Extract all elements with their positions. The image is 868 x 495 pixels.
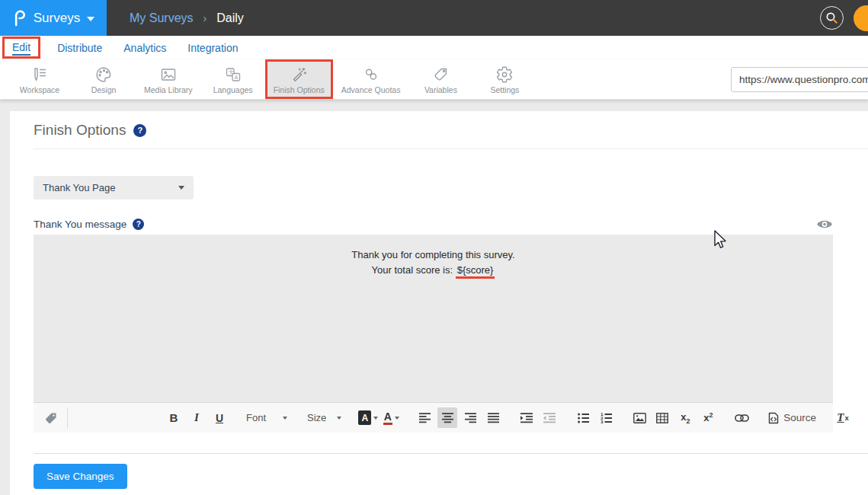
ribbon-item-design[interactable]: Design: [72, 59, 136, 99]
annotation-underline-score: ${score}: [456, 264, 495, 279]
tag-icon: [431, 64, 450, 85]
source-icon: [768, 412, 779, 424]
increase-indent-button[interactable]: [517, 407, 536, 428]
ribbon-label: Settings: [490, 85, 519, 94]
align-right-button[interactable]: [460, 407, 480, 428]
ribbon-label: Languages: [213, 85, 253, 94]
page-title: Finish Options: [34, 122, 126, 139]
top-navbar: Surveys My Surveys › Daily Up: [0, 0, 868, 36]
align-left-icon: [419, 413, 431, 423]
toolbar-divider: [67, 407, 68, 429]
underline-button[interactable]: U: [210, 407, 229, 428]
chevron-down-icon: [337, 417, 341, 420]
ribbon-item-finish-options[interactable]: Finish Options: [265, 59, 333, 99]
page-background: Finish Options ? Thank You Page Thank Yo…: [0, 100, 868, 495]
breadcrumb: My Surveys › Daily: [130, 11, 244, 25]
justify-button[interactable]: [483, 407, 503, 428]
decrease-indent-button[interactable]: [540, 407, 559, 428]
bullet-list-icon: [578, 413, 589, 423]
insert-table-button[interactable]: [652, 407, 672, 428]
subscript-button[interactable]: x2: [675, 407, 695, 428]
tab-edit[interactable]: Edit: [12, 41, 30, 56]
ribbon-item-languages[interactable]: 文 A Languages: [201, 59, 265, 99]
svg-text:3: 3: [601, 420, 604, 423]
thank-you-message-label: Thank You message: [34, 219, 127, 230]
bold-button[interactable]: B: [164, 407, 184, 428]
italic-button[interactable]: I: [187, 407, 207, 428]
breadcrumb-my-surveys[interactable]: My Surveys: [130, 11, 194, 25]
ribbon-label: Finish Options: [274, 85, 325, 94]
ribbon-item-workspace[interactable]: Workspace: [8, 59, 72, 99]
tab-analytics[interactable]: Analytics: [123, 42, 166, 54]
chevron-down-icon: [395, 417, 399, 420]
link-icon: [735, 414, 749, 422]
align-right-icon: [465, 413, 476, 423]
chevron-down-icon: [87, 17, 94, 21]
bullet-list-button[interactable]: [573, 407, 593, 428]
upgrade-button[interactable]: Up: [854, 5, 868, 31]
remove-format-button[interactable]: Tx: [833, 407, 853, 428]
insert-link-button[interactable]: [732, 407, 751, 428]
numbered-list-button[interactable]: 123: [596, 407, 616, 428]
annotation-box-edit: Edit: [2, 37, 40, 59]
finish-type-dropdown[interactable]: Thank You Page: [34, 176, 194, 200]
edit-ribbon: Workspace Design Media Library 文: [0, 59, 868, 100]
font-dropdown[interactable]: Font: [242, 412, 292, 423]
svg-text:A: A: [234, 74, 238, 80]
image-icon: [633, 413, 646, 423]
preview-button[interactable]: [816, 219, 833, 230]
gear-icon: [495, 64, 514, 85]
tab-integration[interactable]: Integration: [187, 42, 238, 54]
help-icon[interactable]: ?: [133, 124, 146, 137]
superscript-button[interactable]: x2: [698, 407, 718, 428]
survey-url-input[interactable]: [731, 67, 868, 92]
ribbon-item-settings[interactable]: Settings: [472, 59, 536, 99]
svg-text:文: 文: [229, 69, 234, 75]
ribbon-item-variables[interactable]: Variables: [408, 59, 472, 99]
align-center-button[interactable]: [437, 407, 457, 428]
align-left-button[interactable]: [415, 407, 434, 428]
table-icon: [656, 413, 668, 423]
eye-icon: [816, 219, 833, 230]
editor-content-area[interactable]: Thank you for completing this survey. Yo…: [34, 235, 833, 402]
surveys-menu-button[interactable]: Surveys: [0, 0, 107, 36]
design-palette-icon: [94, 64, 113, 85]
align-center-icon: [442, 413, 453, 423]
numbered-list-icon: 123: [601, 413, 612, 423]
tab-distribute[interactable]: Distribute: [57, 42, 102, 54]
finish-type-value: Thank You Page: [43, 182, 115, 193]
breadcrumb-current-survey: Daily: [216, 11, 244, 25]
ribbon-label: Workspace: [20, 85, 59, 94]
breadcrumb-separator: ›: [203, 12, 207, 24]
background-color-button[interactable]: A: [358, 407, 378, 428]
insert-variable-tag-button[interactable]: [41, 407, 61, 428]
ribbon-item-media-library[interactable]: Media Library: [136, 59, 201, 99]
save-changes-button[interactable]: Save Changes: [34, 464, 127, 489]
survey-tabs: Edit Distribute Analytics Integration: [0, 36, 868, 59]
card-header: Finish Options ?: [34, 111, 868, 149]
editor-line-2: Your total score is: ${score}: [34, 263, 833, 278]
ribbon-label: Advance Quotas: [341, 85, 401, 94]
help-icon[interactable]: ?: [133, 219, 144, 230]
magic-wand-icon: [290, 64, 308, 85]
ribbon-label: Variables: [424, 85, 457, 94]
section-divider: [34, 453, 868, 454]
ribbon-item-advance-quotas[interactable]: Advance Quotas: [333, 59, 409, 99]
finish-options-card: Finish Options ? Thank You Page Thank Yo…: [10, 111, 868, 495]
chevron-down-icon: [178, 186, 184, 190]
source-button[interactable]: Source: [765, 407, 819, 428]
insert-image-button[interactable]: [629, 407, 649, 428]
ribbon-label: Media Library: [144, 85, 193, 94]
search-icon: [825, 11, 838, 24]
languages-icon: 文 A: [224, 64, 242, 85]
ribbon-label: Design: [91, 85, 117, 94]
text-color-button[interactable]: A: [381, 407, 401, 428]
search-button[interactable]: [820, 6, 844, 30]
workspace-icon: [30, 64, 49, 85]
size-dropdown[interactable]: Size: [303, 412, 346, 423]
chevron-down-icon: [373, 417, 378, 420]
brand-label: Surveys: [34, 11, 80, 26]
indent-icon: [520, 413, 533, 423]
questionpro-logo-icon: [12, 9, 27, 27]
outdent-icon: [543, 413, 556, 423]
